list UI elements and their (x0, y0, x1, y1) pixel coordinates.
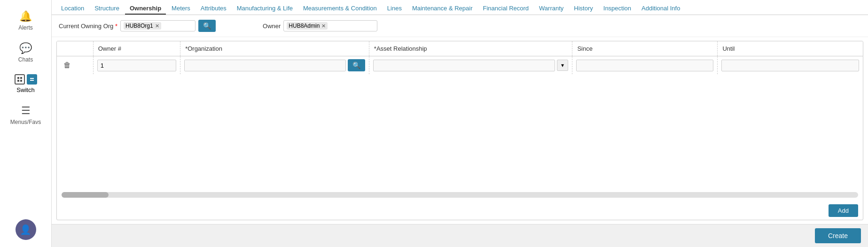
asset-relationship-input[interactable] (373, 60, 555, 71)
organization-input[interactable] (184, 60, 346, 71)
scrollbar-thumb (62, 192, 109, 198)
owner-remove[interactable]: ✕ (321, 23, 326, 29)
row-until-cell (718, 56, 863, 75)
add-button[interactable]: Add (829, 204, 858, 217)
current-owning-org-input[interactable]: HUB8Org1 ✕ (120, 20, 195, 31)
create-button[interactable]: Create (815, 228, 861, 243)
svg-rect-3 (20, 80, 22, 82)
current-owning-org-group: Current Owning Org * HUB8Org1 ✕ 🔍 (59, 20, 216, 32)
owner-tag: HUB8Admin ✕ (287, 22, 328, 30)
tab-attributes[interactable]: Attributes (196, 3, 231, 15)
svg-rect-1 (20, 77, 22, 79)
search-icon: 🔍 (203, 22, 211, 30)
organization-search-button[interactable]: 🔍 (348, 59, 365, 71)
tab-meters[interactable]: Meters (167, 3, 195, 15)
switch-icon-right (27, 74, 37, 85)
avatar-icon: 👤 (20, 224, 31, 235)
current-owning-org-remove[interactable]: ✕ (155, 23, 159, 29)
sidebar-item-switch[interactable]: Switch (0, 69, 51, 99)
tab-manufacturing-life[interactable]: Manufacturing & Life (232, 3, 297, 15)
user-avatar[interactable]: 👤 (16, 219, 36, 240)
page-footer: Create (52, 224, 868, 247)
current-owning-org-label: Current Owning Org * (59, 23, 117, 30)
col-header-until: Until (718, 41, 863, 56)
navigation-tabs: Location Structure Ownership Meters Attr… (52, 0, 868, 15)
row-asset-relationship-cell: ▾ (369, 56, 572, 75)
sidebar-item-alerts[interactable]: 🔔 Alerts (0, 5, 51, 37)
owner-input[interactable]: HUB8Admin ✕ (283, 20, 377, 31)
menu-icon: ☰ (21, 105, 31, 117)
sidebar-alerts-label: Alerts (18, 24, 33, 31)
col-header-actions (57, 41, 93, 56)
ownership-table-container: Owner # *Organization *Asset Relationshi… (56, 41, 863, 220)
bell-icon: 🔔 (19, 10, 32, 23)
svg-rect-2 (17, 80, 19, 82)
switch-icons (15, 74, 37, 85)
switch-icon-left (15, 74, 25, 85)
horizontal-scrollbar[interactable] (62, 192, 858, 198)
owner-group: Owner HUB8Admin ✕ (263, 20, 377, 31)
sidebar-item-menus-favs[interactable]: ☰ Menus/Favs (0, 99, 51, 131)
add-row-area: Add (57, 201, 863, 220)
sidebar-switch-label: Switch (16, 86, 34, 93)
sidebar: 🔔 Alerts 💬 Chats Switch ☰ Menus/Favs 👤 (0, 0, 52, 247)
ownership-form: Current Owning Org * HUB8Org1 ✕ 🔍 Owner … (52, 15, 868, 37)
tab-inspection[interactable]: Inspection (599, 3, 636, 15)
delete-row-button[interactable]: 🗑 (61, 60, 74, 70)
asset-relationship-dropdown[interactable]: ▾ (557, 60, 568, 71)
tab-maintenance-repair[interactable]: Maintenance & Repair (407, 3, 477, 15)
tab-warranty[interactable]: Warranty (534, 3, 568, 15)
tab-structure[interactable]: Structure (90, 3, 124, 15)
current-owning-org-tag: HUB8Org1 ✕ (124, 22, 161, 30)
table-row: 🗑 🔍 (57, 56, 863, 75)
main-content: Location Structure Ownership Meters Attr… (52, 0, 868, 247)
sidebar-menus-label: Menus/Favs (10, 119, 41, 125)
tab-location[interactable]: Location (56, 3, 89, 15)
until-input[interactable] (721, 60, 859, 71)
row-organization-cell: 🔍 (180, 56, 369, 75)
search-icon: 🔍 (352, 62, 360, 69)
tab-financial-record[interactable]: Financial Record (478, 3, 534, 15)
required-star: * (115, 23, 117, 30)
col-header-organization: *Organization (180, 41, 369, 56)
row-owner-num-cell (93, 56, 180, 75)
svg-rect-0 (17, 77, 19, 79)
current-owning-org-search-button[interactable]: 🔍 (198, 20, 216, 32)
sidebar-item-chats[interactable]: 💬 Chats (0, 37, 51, 69)
ownership-table: Owner # *Organization *Asset Relationshi… (57, 41, 863, 74)
tab-history[interactable]: History (569, 3, 597, 15)
col-header-owner-num: Owner # (93, 41, 180, 56)
col-header-asset-relationship: *Asset Relationship (369, 41, 572, 56)
row-since-cell (572, 56, 718, 75)
chat-icon: 💬 (19, 42, 32, 54)
tab-additional-info[interactable]: Additional Info (637, 3, 685, 15)
owner-num-input[interactable] (97, 60, 176, 71)
tab-lines[interactable]: Lines (383, 3, 407, 15)
tab-ownership[interactable]: Ownership (125, 3, 166, 15)
col-header-since: Since (572, 41, 718, 56)
owner-label: Owner (263, 23, 281, 30)
sidebar-chats-label: Chats (18, 56, 33, 63)
tab-measurements-condition[interactable]: Measurements & Condition (298, 3, 382, 15)
row-actions-cell: 🗑 (57, 56, 93, 75)
since-input[interactable] (576, 60, 713, 71)
